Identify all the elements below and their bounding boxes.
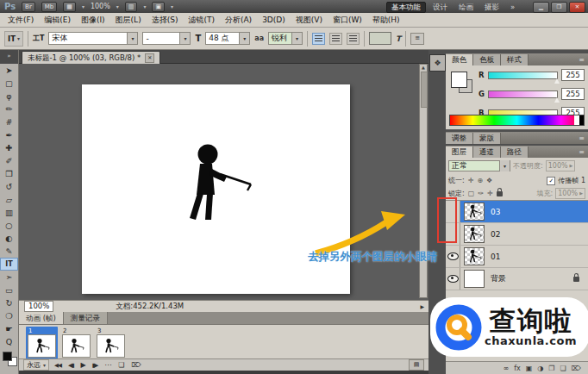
- tool-shape[interactable]: ▭: [0, 284, 18, 296]
- tab-channels[interactable]: 通道: [473, 146, 501, 158]
- frame-thumbnail[interactable]: [97, 334, 125, 358]
- tab-paths[interactable]: 路径: [501, 146, 529, 158]
- color-swatches[interactable]: [0, 350, 18, 367]
- workspace-painting[interactable]: 绘画: [454, 3, 478, 12]
- align-right-icon[interactable]: [347, 33, 360, 45]
- layer-row-background[interactable]: 背景: [446, 268, 588, 290]
- tool-eyedropper[interactable]: ✒: [0, 128, 18, 141]
- tool-quick-select[interactable]: ✏: [0, 103, 18, 115]
- tool-history-brush[interactable]: ↺: [0, 180, 18, 193]
- view-extras-icon[interactable]: ▥: [125, 2, 138, 12]
- font-size-select[interactable]: 48 点 ▾: [205, 32, 250, 45]
- layer-row-02[interactable]: 02: [446, 223, 588, 246]
- adjustment-layer-icon[interactable]: ◑: [537, 365, 543, 372]
- panel-menu-icon[interactable]: ≡: [579, 54, 588, 65]
- layer-style-icon[interactable]: fx: [514, 365, 521, 372]
- tool-zoom[interactable]: Q: [0, 335, 18, 348]
- new-frame-icon[interactable]: ❏: [116, 361, 126, 369]
- text-orientation-icon[interactable]: 工T: [33, 34, 44, 43]
- workspace-design[interactable]: 设计: [428, 3, 452, 12]
- slider-thumb[interactable]: [554, 78, 560, 84]
- visibility-toggle[interactable]: [446, 268, 460, 290]
- font-style-select[interactable]: - ▾: [142, 32, 191, 45]
- tool-path-select[interactable]: ➣: [0, 271, 18, 284]
- layer-name[interactable]: 02: [491, 230, 500, 239]
- red-slider[interactable]: [488, 72, 558, 79]
- link-layers-icon[interactable]: ∞: [504, 365, 510, 372]
- menu-analysis[interactable]: 分析(A): [220, 15, 257, 26]
- layer-group-icon[interactable]: ❐: [548, 365, 554, 372]
- lock-transparency-icon[interactable]: ▢: [468, 190, 475, 197]
- unify-position-icon[interactable]: ✛: [468, 177, 474, 184]
- red-value[interactable]: 255: [561, 69, 585, 81]
- current-tool-preset[interactable]: IT ▾: [4, 31, 23, 47]
- warp-text-icon[interactable]: T: [396, 34, 401, 43]
- arrange-documents-icon[interactable]: ▦: [63, 2, 76, 12]
- layer-thumbnail[interactable]: [464, 247, 485, 265]
- font-family-select[interactable]: 宋体 ▾: [48, 32, 138, 45]
- unify-style-icon[interactable]: ❖: [486, 177, 492, 184]
- visibility-toggle[interactable]: [446, 246, 460, 267]
- loop-count-select[interactable]: 永远 ▾: [23, 359, 49, 371]
- text-color-swatch[interactable]: [369, 32, 391, 45]
- close-button[interactable]: ✕: [569, 2, 585, 13]
- delete-layer-icon[interactable]: ⌦: [572, 365, 581, 372]
- next-frame-icon[interactable]: ▮▶: [91, 362, 100, 369]
- menu-view[interactable]: 视图(V): [291, 15, 328, 26]
- layer-name[interactable]: 03: [491, 208, 500, 216]
- restore-button[interactable]: ❐: [551, 2, 567, 13]
- layer-mask-icon[interactable]: ▣: [526, 365, 533, 372]
- frame-thumbnail[interactable]: [28, 334, 56, 358]
- menu-filter[interactable]: 滤镜(T): [183, 15, 220, 26]
- tab-color[interactable]: 颜色: [446, 54, 473, 65]
- document-tab[interactable]: 未标题-1 @ 100% (03, RGB/8) * ✕: [22, 51, 160, 65]
- lock-all-icon[interactable]: [497, 191, 503, 196]
- tool-pen[interactable]: ✎: [0, 245, 18, 258]
- layer-thumbnail[interactable]: [464, 203, 485, 221]
- panel-menu-icon[interactable]: ≡: [579, 133, 588, 144]
- play-icon[interactable]: ▶: [79, 361, 87, 369]
- anti-alias-select[interactable]: 锐利 ▾: [268, 32, 303, 45]
- menu-image[interactable]: 图像(I): [76, 15, 110, 26]
- layer-row-01[interactable]: 01: [446, 246, 588, 268]
- tool-marquee[interactable]: ▢: [0, 77, 18, 90]
- workspace-more-button[interactable]: »: [506, 3, 519, 12]
- tool-gradient[interactable]: ▥: [0, 206, 18, 219]
- tab-masks[interactable]: 蒙版: [473, 133, 501, 144]
- tool-3d-rotate[interactable]: ↻: [0, 296, 18, 309]
- tab-swatches[interactable]: 色板: [473, 54, 501, 65]
- tool-blur[interactable]: ○: [0, 219, 18, 232]
- delete-frame-icon[interactable]: ⌦: [130, 361, 143, 369]
- tab-measurement-log[interactable]: 测量记录: [64, 312, 108, 324]
- lock-position-icon[interactable]: ✛: [487, 190, 493, 197]
- first-frame-icon[interactable]: ◀◀: [53, 362, 63, 369]
- menu-file[interactable]: 文件(F): [3, 15, 39, 26]
- layer-row-03[interactable]: 03: [446, 201, 588, 223]
- tool-hand[interactable]: ☛: [0, 322, 18, 335]
- color-spectrum-bar[interactable]: [449, 115, 585, 126]
- tween-icon[interactable]: ⋯: [103, 361, 113, 369]
- history-panel-icon[interactable]: ❖: [429, 54, 446, 72]
- convert-to-timeline-icon[interactable]: ▤: [409, 359, 424, 371]
- tab-adjustments[interactable]: 调整: [446, 133, 473, 144]
- workspace-photography[interactable]: 摄影: [480, 3, 504, 12]
- layer-thumbnail[interactable]: [464, 270, 485, 288]
- toggle-panels-icon[interactable]: ≡: [410, 33, 424, 45]
- green-value[interactable]: 255: [561, 88, 585, 100]
- bridge-icon[interactable]: Br: [22, 2, 35, 12]
- layer-name[interactable]: 01: [491, 252, 500, 261]
- tool-crop[interactable]: #: [0, 115, 18, 128]
- align-left-icon[interactable]: [312, 33, 325, 45]
- align-center-icon[interactable]: [329, 33, 342, 45]
- green-slider[interactable]: [488, 90, 558, 98]
- collapse-tools-icon[interactable]: »: [0, 50, 18, 64]
- fill-control[interactable]: 100% ▶: [555, 188, 585, 199]
- menu-select[interactable]: 选择(S): [147, 15, 184, 26]
- opacity-control[interactable]: 100% ▶: [546, 160, 576, 171]
- menu-layer[interactable]: 图层(L): [110, 15, 147, 26]
- foreground-color-swatch[interactable]: [451, 72, 467, 88]
- layer-name[interactable]: 背景: [491, 273, 506, 284]
- status-options-icon[interactable]: ▶: [420, 303, 424, 309]
- menu-3d[interactable]: 3D(D): [257, 16, 291, 24]
- previous-frame-icon[interactable]: ◀▮: [66, 362, 76, 369]
